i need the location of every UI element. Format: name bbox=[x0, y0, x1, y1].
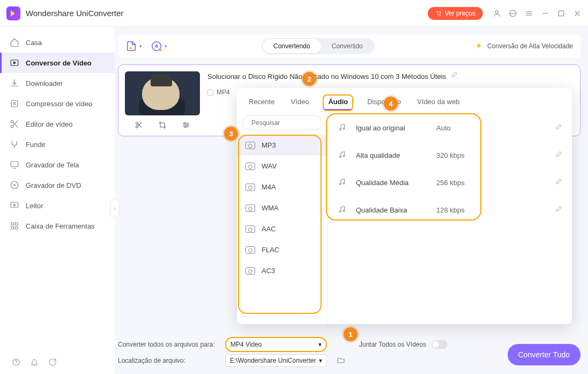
callout-1: 1 bbox=[344, 327, 358, 341]
quality-original[interactable]: Igual ao originalAuto bbox=[333, 114, 567, 142]
toolbar: ▾ ▾ Convertendo Convertido Conversão de … bbox=[118, 34, 580, 58]
svg-point-30 bbox=[343, 182, 345, 184]
output-format-select[interactable]: MP4 Video▾ bbox=[225, 337, 327, 352]
sidebar: Casa Conversor de Vídeo Downloader Compr… bbox=[0, 27, 115, 374]
music-icon bbox=[338, 205, 349, 215]
format-wma[interactable]: WMA bbox=[237, 197, 328, 218]
screen-icon bbox=[10, 160, 19, 170]
format-flac[interactable]: FLAC bbox=[237, 239, 328, 260]
price-label: Ver preços bbox=[445, 10, 475, 17]
download-icon bbox=[10, 78, 19, 88]
account-icon[interactable] bbox=[493, 9, 501, 18]
spec-format: MP4 bbox=[207, 89, 230, 96]
tab-converted[interactable]: Convertido bbox=[321, 39, 374, 53]
sidebar-item-label: Editor de vídeo bbox=[26, 120, 72, 128]
quality-low[interactable]: Qualidade Baixa128 kbps bbox=[333, 196, 567, 224]
sidebar-item-toolbox[interactable]: Caixa de Ferramentas bbox=[0, 216, 115, 236]
tab-recent[interactable]: Recente bbox=[247, 94, 277, 111]
trim-icon[interactable] bbox=[135, 121, 143, 129]
svg-point-10 bbox=[11, 181, 18, 189]
tab-audio[interactable]: Áudio bbox=[323, 94, 353, 111]
add-file-button[interactable]: ▾ bbox=[125, 40, 142, 52]
audio-icon bbox=[245, 225, 255, 233]
edit-icon[interactable] bbox=[555, 206, 562, 215]
svg-rect-12 bbox=[11, 202, 18, 208]
location-label: Localização de arquivo: bbox=[118, 357, 220, 364]
sidebar-item-merge[interactable]: Fundir bbox=[0, 134, 115, 155]
sidebar-item-converter[interactable]: Conversor de Vídeo bbox=[0, 53, 115, 73]
add-disc-button[interactable]: ▾ bbox=[151, 40, 167, 52]
sidebar-item-screen[interactable]: Gravador de Tela bbox=[0, 155, 115, 175]
svg-point-27 bbox=[339, 156, 341, 158]
quality-pane: Igual ao originalAuto Alta qualidade320 … bbox=[328, 111, 572, 324]
close-icon[interactable] bbox=[573, 9, 582, 18]
format-mp3[interactable]: MP3 bbox=[237, 135, 328, 156]
svg-rect-9 bbox=[11, 162, 18, 167]
svg-point-1 bbox=[440, 15, 440, 16]
compress-icon bbox=[10, 99, 19, 108]
maximize-icon[interactable] bbox=[557, 9, 565, 18]
bell-icon[interactable] bbox=[30, 358, 39, 366]
callout-4: 4 bbox=[384, 97, 398, 111]
svg-point-28 bbox=[343, 155, 345, 157]
location-select[interactable]: E:\Wondershare UniConverter▾ bbox=[225, 354, 327, 367]
svg-point-25 bbox=[339, 129, 341, 130]
format-aac[interactable]: AAC bbox=[237, 218, 328, 239]
minimize-icon[interactable] bbox=[541, 9, 549, 18]
chevron-down-icon: ▾ bbox=[318, 341, 322, 348]
audio-icon bbox=[245, 267, 255, 275]
tab-converting[interactable]: Convertendo bbox=[263, 39, 321, 53]
settings-icon[interactable] bbox=[182, 121, 190, 129]
svg-point-29 bbox=[339, 184, 341, 185]
browse-folder-icon[interactable] bbox=[337, 356, 345, 366]
menu-icon[interactable] bbox=[525, 9, 533, 18]
svg-point-22 bbox=[187, 124, 188, 126]
format-list-pane: MP3 WAV M4A WMA AAC FLAC AC3 bbox=[237, 111, 328, 324]
edit-icon[interactable] bbox=[555, 123, 562, 133]
callout-2: 2 bbox=[302, 72, 316, 86]
format-list: MP3 WAV M4A WMA AAC FLAC AC3 bbox=[237, 135, 328, 324]
help-icon[interactable] bbox=[12, 358, 20, 366]
format-search[interactable] bbox=[242, 115, 322, 130]
edit-icon[interactable] bbox=[555, 178, 562, 187]
edit-title-icon[interactable] bbox=[450, 71, 458, 81]
search-input[interactable] bbox=[251, 119, 332, 127]
scissors-icon bbox=[10, 119, 19, 129]
file-title: Solucionar o Disco Rígido Não Alocado no… bbox=[207, 72, 446, 80]
support-icon[interactable] bbox=[509, 9, 517, 18]
sidebar-item-dvd[interactable]: Gravador de DVD bbox=[0, 175, 115, 195]
tab-web[interactable]: Vídeo da web bbox=[415, 94, 462, 111]
video-thumbnail[interactable] bbox=[125, 71, 200, 115]
svg-point-18 bbox=[155, 45, 158, 47]
price-button[interactable]: Ver preços bbox=[428, 7, 483, 20]
format-ac3[interactable]: AC3 bbox=[237, 260, 328, 281]
audio-icon bbox=[245, 184, 255, 191]
sidebar-item-editor[interactable]: Editor de vídeo bbox=[0, 114, 115, 134]
format-wav[interactable]: WAV bbox=[237, 156, 328, 177]
music-icon bbox=[338, 178, 349, 188]
home-icon bbox=[10, 38, 19, 47]
svg-point-21 bbox=[184, 122, 185, 124]
sidebar-item-home[interactable]: Casa bbox=[0, 32, 115, 53]
audio-icon bbox=[245, 163, 255, 170]
svg-point-31 bbox=[339, 211, 341, 212]
tab-video[interactable]: Vídeo bbox=[288, 94, 311, 111]
quality-high[interactable]: Alta qualidade320 kbps bbox=[333, 142, 567, 169]
sidebar-item-player[interactable]: Leitor bbox=[0, 195, 115, 216]
edit-icon[interactable] bbox=[555, 151, 562, 160]
sidebar-item-compressor[interactable]: Compressor de vídeo bbox=[0, 93, 115, 114]
cart-icon bbox=[435, 10, 442, 17]
convert-all-label: Converter todos os arquivos para: bbox=[118, 341, 220, 348]
svg-point-11 bbox=[14, 185, 16, 186]
high-speed-toggle[interactable]: Conversão de Alta Velocidade bbox=[475, 42, 573, 51]
sidebar-item-label: Conversor de Vídeo bbox=[26, 59, 92, 67]
format-m4a[interactable]: M4A bbox=[237, 177, 328, 197]
audio-icon bbox=[245, 204, 255, 212]
feedback-icon[interactable] bbox=[48, 358, 57, 366]
convert-all-button[interactable]: Converter Tudo bbox=[508, 344, 581, 365]
sidebar-item-label: Gravador de Tela bbox=[26, 161, 79, 169]
join-toggle[interactable] bbox=[431, 340, 448, 349]
crop-icon[interactable] bbox=[158, 121, 167, 129]
sidebar-item-downloader[interactable]: Downloader bbox=[0, 73, 115, 93]
quality-medium[interactable]: Qualidade Média256 kbps bbox=[333, 169, 567, 196]
